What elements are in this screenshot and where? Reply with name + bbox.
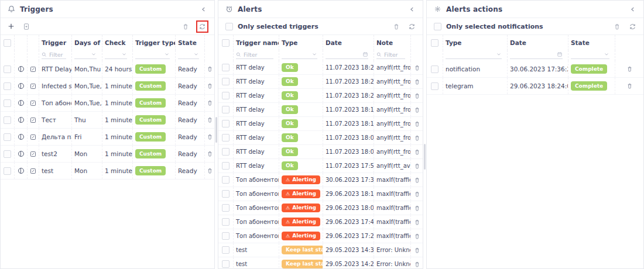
row-checkbox[interactable] [222, 204, 229, 212]
column-header-date[interactable]: Date [508, 35, 568, 50]
trash-icon[interactable] [411, 229, 423, 243]
row-checkbox[interactable] [222, 218, 229, 226]
alert-row[interactable]: RTT delay Ok 11.07.2023 18:21:24 anyIf(r… [218, 89, 423, 103]
select-all-actions-checkbox[interactable] [431, 39, 439, 47]
trash-icon[interactable] [411, 61, 423, 74]
column-header-trigger[interactable]: Trigger [39, 35, 72, 50]
type-filter-select[interactable] [279, 50, 323, 61]
alert-row[interactable]: RTT delay Ok 11.07.2023 18:08:04 anyIf(r… [218, 131, 423, 145]
edit-icon[interactable] [28, 146, 39, 162]
trigger-row[interactable]: Дельта пак Fri 1 minute Custom Ready [1, 129, 214, 146]
trash-icon[interactable] [411, 187, 423, 201]
delete-selected-actions-button[interactable] [614, 23, 621, 30]
row-checkbox[interactable] [222, 190, 229, 198]
trash-icon[interactable] [411, 131, 423, 144]
row-checkbox[interactable] [222, 106, 229, 113]
refresh-actions-button[interactable] [629, 23, 636, 30]
only-selected-notifications-toggle[interactable]: Only selected notifications [434, 23, 543, 30]
edit-icon[interactable] [28, 163, 39, 179]
trash-icon[interactable] [411, 173, 423, 187]
eye-toggle-icon[interactable] [15, 146, 28, 162]
trash-icon[interactable] [411, 117, 423, 130]
column-header-trigger-name[interactable]: Trigger name [234, 35, 279, 50]
column-header-check[interactable]: Check [102, 35, 133, 50]
row-checkbox[interactable] [431, 65, 439, 73]
eye-toggle-icon[interactable] [15, 61, 28, 77]
trash-icon[interactable] [411, 201, 423, 215]
trash-icon[interactable] [205, 163, 214, 179]
date-filter-input[interactable] [508, 50, 568, 61]
delete-selected-triggers-button[interactable] [182, 23, 189, 30]
date-filter-input[interactable] [323, 50, 374, 61]
trash-icon[interactable] [411, 103, 423, 116]
trash-icon[interactable] [205, 61, 214, 77]
type-filter-select[interactable] [443, 50, 508, 61]
alert-row[interactable]: RTT delay Ok 11.07.2023 18:25:24 anyIf(r… [218, 75, 423, 89]
alert-action-row[interactable]: telegram 29.06.2023 18:24:04 Complete [427, 78, 643, 95]
row-checkbox[interactable] [4, 65, 11, 73]
trigger-row[interactable]: Топ абонен Mon,Tue,We 1 minute Custom Re… [1, 95, 214, 112]
edit-icon[interactable] [28, 78, 39, 94]
row-checkbox[interactable] [222, 148, 229, 156]
eye-toggle-icon[interactable] [15, 112, 28, 128]
column-header-state[interactable]: State [176, 35, 205, 50]
row-checkbox[interactable] [4, 116, 11, 124]
alert-row[interactable]: RTT delay Ok 11.07.2023 18:03:45 anyIf(r… [218, 145, 423, 159]
row-checkbox[interactable] [222, 246, 229, 254]
collapse-panel-button[interactable] [409, 6, 416, 13]
alert-row[interactable]: Топ абонентов Alerting 30.06.2023 17:31:… [218, 173, 423, 187]
column-header-type[interactable]: Type [279, 35, 323, 50]
row-checkbox[interactable] [222, 120, 229, 127]
alert-row[interactable]: RTT delay Ok 11.07.2023 17:55:23 anyIf(r… [218, 159, 423, 173]
trash-icon[interactable] [205, 129, 214, 145]
days-filter-select[interactable] [72, 50, 102, 61]
row-checkbox[interactable] [222, 92, 229, 99]
column-header-type[interactable]: Type [443, 35, 508, 50]
trigger-name-filter-input[interactable]: Filter [234, 50, 279, 61]
refresh-alerts-button[interactable] [408, 23, 416, 30]
row-checkbox[interactable] [4, 167, 11, 175]
eye-toggle-icon[interactable] [15, 95, 28, 111]
edit-icon[interactable] [28, 129, 39, 145]
column-header-state[interactable]: State [568, 35, 615, 50]
add-trigger-button[interactable] [8, 23, 15, 30]
trash-icon[interactable] [411, 257, 423, 269]
row-checkbox[interactable] [4, 150, 11, 158]
select-all-alerts-checkbox[interactable] [222, 39, 229, 47]
state-filter-select[interactable] [568, 50, 615, 61]
row-checkbox[interactable] [222, 162, 229, 170]
trash-icon[interactable] [615, 61, 643, 77]
resizer-handle[interactable] [424, 144, 426, 170]
panel-resizer[interactable] [215, 0, 218, 269]
eye-toggle-icon[interactable] [15, 78, 28, 94]
eye-toggle-icon[interactable] [15, 163, 28, 179]
trigger-row[interactable]: test2 Mon 1 minute Custom Ready [1, 146, 214, 163]
collapse-panel-button[interactable] [200, 6, 207, 13]
row-checkbox[interactable] [222, 78, 229, 85]
trigger-row[interactable]: Тест Thu 1 minute Custom Ready [1, 112, 214, 129]
delete-selected-alerts-button[interactable] [393, 23, 400, 30]
trigger-row[interactable]: test Mon 1 minute Custom Ready [1, 163, 214, 180]
trash-icon[interactable] [411, 215, 423, 229]
trash-icon[interactable] [205, 146, 214, 162]
resizer-handle[interactable] [215, 117, 217, 143]
column-header-days[interactable]: Days of [72, 35, 102, 50]
only-selected-triggers-toggle[interactable]: Only selected triggers [225, 23, 318, 30]
row-checkbox[interactable] [222, 176, 229, 184]
alert-row[interactable]: RTT delay Ok 11.07.2023 18:17:45 anyIf(r… [218, 103, 423, 117]
column-header-trigger-type[interactable]: Trigger type [133, 35, 176, 50]
only-selected-triggers-checkbox[interactable] [225, 23, 233, 30]
edit-icon[interactable] [28, 112, 39, 128]
trash-icon[interactable] [205, 95, 214, 111]
select-all-triggers-checkbox[interactable] [4, 39, 11, 47]
row-checkbox[interactable] [4, 99, 11, 107]
row-checkbox[interactable] [222, 260, 229, 268]
trash-icon[interactable] [411, 243, 423, 257]
trigger-name-filter-input[interactable]: Filter [39, 50, 72, 61]
trash-icon[interactable] [411, 75, 423, 88]
alert-row[interactable]: RTT delay Ok 11.07.2023 18:12:03 anyIf(r… [218, 117, 423, 131]
alert-row[interactable]: Топ абонентов Alerting 29.06.2023 18:00:… [218, 201, 423, 215]
trigger-row[interactable]: RTT Delay Mon,Thu 24 hours Custom Ready [1, 61, 214, 78]
trash-icon[interactable] [411, 89, 423, 102]
row-checkbox[interactable] [222, 232, 229, 240]
